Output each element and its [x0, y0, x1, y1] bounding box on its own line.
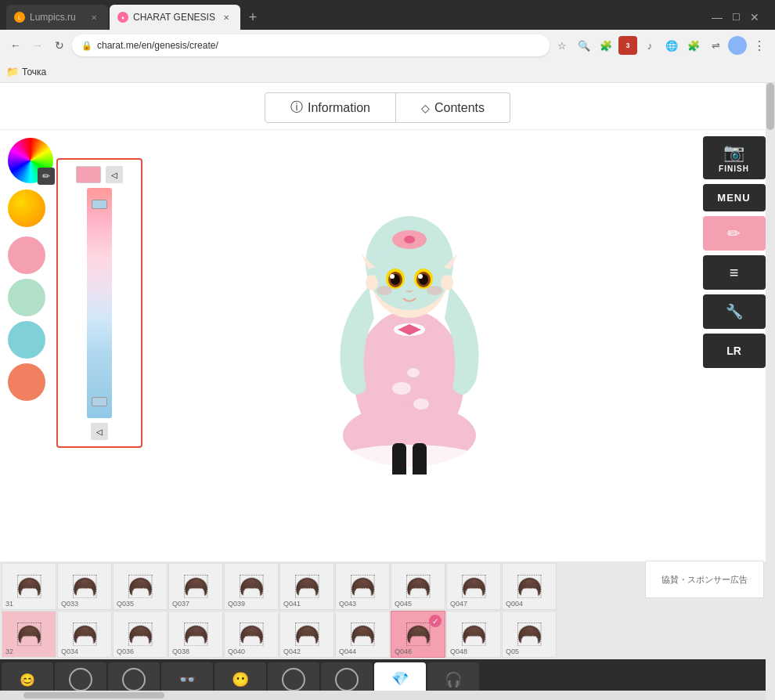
maximize-button[interactable]: ☐	[732, 12, 741, 23]
address-bar: ← → ↻ 🔒 charat.me/en/genesis/create/ ☆ 🔍…	[0, 30, 775, 61]
pen-tool-button[interactable]: ✏	[703, 216, 766, 251]
hair-icon: 🦱	[517, 622, 542, 647]
svg-rect-7	[413, 443, 427, 474]
tab-information[interactable]: ⓘ Information	[265, 92, 396, 123]
tab-label-lumpics: Lumpics.ru	[30, 12, 76, 23]
hair-icon: 🦱	[239, 622, 264, 647]
hair-label: Q033	[61, 600, 78, 608]
extensions-icon[interactable]: 🧩	[597, 36, 615, 55]
menu-dots-icon[interactable]: ⋮	[750, 36, 769, 55]
hair-label: Q044	[339, 648, 356, 655]
svg-rect-6	[392, 443, 406, 474]
hair-label: Q037	[172, 600, 189, 608]
svg-point-28	[413, 399, 429, 410]
hair-item-q039[interactable]: 🦱 Q039	[224, 563, 279, 610]
globe-icon[interactable]: 🌐	[662, 36, 681, 55]
hair-icon: 🦱	[406, 622, 431, 647]
sun-orb[interactable]	[8, 189, 45, 227]
horizontal-scrollbar[interactable]	[0, 691, 775, 700]
address-input[interactable]: 🔒 charat.me/en/genesis/create/	[72, 34, 550, 56]
hair-icon: 🦱	[461, 575, 486, 599]
color-gradient-bar[interactable]	[87, 188, 112, 418]
headphones-icon: 🎧	[445, 671, 462, 688]
hair-item-q048[interactable]: 🦱 Q048	[446, 611, 501, 658]
back-button[interactable]: ←	[6, 36, 25, 55]
menu-button[interactable]: MENU	[703, 184, 766, 211]
hair-item-q045[interactable]: 🦱 Q045	[391, 563, 445, 610]
vertical-scrollbar[interactable]	[766, 83, 775, 700]
swatch-orange[interactable]	[8, 363, 45, 401]
hair-item-q038[interactable]: 🦱 Q038	[168, 611, 223, 658]
hair-item-q033[interactable]: 🦱 Q033	[57, 563, 112, 610]
layers-button[interactable]: ≡	[703, 255, 766, 290]
hair-item-q042[interactable]: 🦱 Q042	[279, 611, 334, 658]
bookmark-folder-icon: 📁	[6, 66, 19, 78]
hair-item-q044[interactable]: 🦱 Q044	[335, 611, 390, 658]
close-button[interactable]: ✕	[750, 11, 759, 23]
svg-point-19	[390, 274, 395, 279]
tab-label-charat: CHARAT GENESIS	[133, 12, 215, 23]
tab-close-lumpics[interactable]: ✕	[88, 11, 100, 23]
slider-handle-top[interactable]	[92, 200, 107, 209]
hair-item-q05[interactable]: 🦱 Q05	[502, 611, 557, 658]
swatch-cyan[interactable]	[8, 321, 45, 359]
tab-favicon-lumpics: L	[14, 12, 25, 23]
profile-avatar[interactable]	[728, 36, 747, 55]
hair-item-q034[interactable]: 🦱 Q034	[57, 611, 112, 658]
hair-label: Q038	[172, 648, 189, 655]
tab-contents-label: Contents	[434, 101, 485, 115]
lr-button[interactable]: LR	[703, 334, 766, 368]
scrollbar-thumb[interactable]	[766, 83, 774, 130]
music-icon[interactable]: ♪	[640, 36, 659, 55]
main-layout: ✏ ◁	[0, 130, 775, 561]
hair-icon: 🦱	[294, 575, 319, 599]
hair-item-q047[interactable]: 🦱 Q047	[446, 563, 501, 610]
swatch-pink[interactable]	[8, 236, 45, 274]
new-tab-button[interactable]: +	[242, 6, 264, 28]
reload-button[interactable]: ↻	[50, 36, 69, 55]
hair-label: Q035	[117, 600, 134, 608]
forward-button[interactable]: →	[28, 36, 47, 55]
hair-front-icon	[69, 668, 92, 691]
svg-point-27	[392, 382, 411, 395]
hair-item-q041[interactable]: 🦱 Q041	[279, 563, 334, 610]
tab-lumpics[interactable]: L Lumpics.ru ✕	[6, 5, 108, 30]
hair-item-q036[interactable]: 🦱 Q036	[113, 611, 168, 658]
finish-button[interactable]: 📷 FINISH	[703, 136, 766, 179]
slider-handle-bottom[interactable]	[92, 397, 107, 406]
minimize-button[interactable]: —	[712, 11, 723, 23]
hair-item-q004[interactable]: 🦱 Q004	[502, 563, 557, 610]
hair-back-icon	[122, 668, 146, 691]
hair-all-icon	[335, 668, 359, 691]
character-display	[300, 130, 519, 474]
sync-icon[interactable]: ⇌	[706, 36, 725, 55]
character-svg	[300, 130, 519, 474]
tab-charat[interactable]: ♦ CHARAT GENESIS ✕	[110, 5, 240, 30]
slider-down-arrow[interactable]: ◁	[91, 423, 108, 440]
page-content: ⓘ Information ◇ Contents ✏	[0, 83, 775, 700]
bookmark-bar: 📁 Точка	[0, 61, 775, 83]
slider-up-arrow[interactable]: ◁	[106, 166, 123, 183]
svg-point-22	[427, 286, 442, 295]
color-wheel[interactable]: ✏	[8, 138, 53, 183]
hair-item-32[interactable]: 🦱 32	[2, 611, 56, 658]
bookmark-label[interactable]: Точка	[22, 67, 46, 78]
tab-close-charat[interactable]: ✕	[220, 11, 232, 23]
swatch-mint[interactable]	[8, 279, 45, 316]
mask-icon: 😶	[232, 671, 249, 688]
hair-item-q043[interactable]: 🦱 Q043	[335, 563, 390, 610]
zoom-icon[interactable]: 🔍	[575, 36, 593, 55]
hair-item-q046-selected[interactable]: 🦱 ✓ Q046	[391, 611, 445, 658]
camera-icon: 📷	[723, 143, 744, 163]
bookmark-star-icon[interactable]: ☆	[553, 36, 571, 55]
hair-item-31[interactable]: 🦱 31	[2, 563, 56, 610]
hair-item-q040[interactable]: 🦱 Q040	[224, 611, 279, 658]
wrench-button[interactable]: 🔧	[703, 294, 766, 329]
h-scrollbar-thumb[interactable]	[23, 692, 164, 698]
hair-item-q035[interactable]: 🦱 Q035	[113, 563, 168, 610]
hair-item-q037[interactable]: 🦱 Q037	[168, 563, 223, 610]
slider-color-preview	[76, 166, 101, 183]
tab-contents[interactable]: ◇ Contents	[396, 92, 510, 123]
hair-icon: 🦱	[239, 575, 264, 599]
puzzle-icon[interactable]: 🧩	[684, 36, 703, 55]
